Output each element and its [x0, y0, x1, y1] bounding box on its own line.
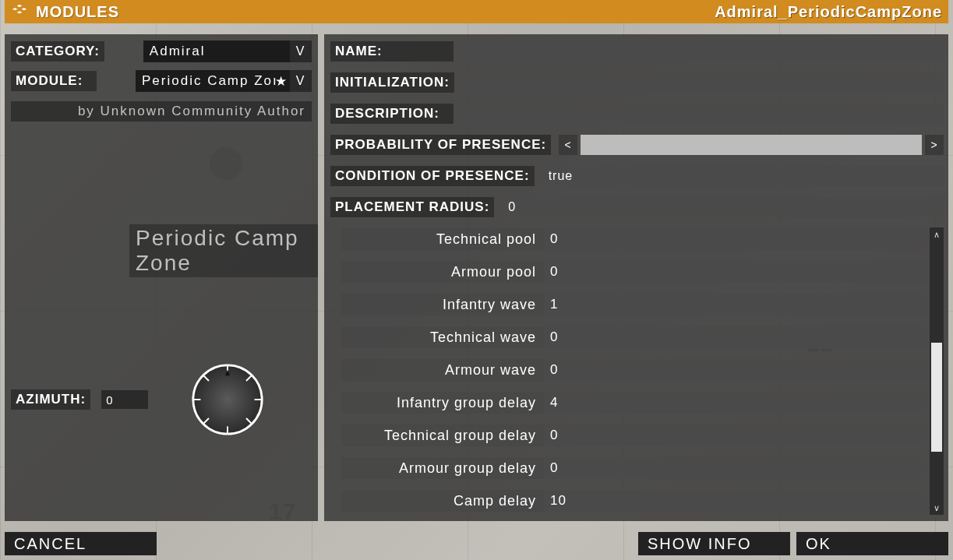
param-label: Armour group delay: [341, 457, 544, 479]
param-row: Technical wave: [330, 326, 930, 349]
param-row: Infantry wave: [330, 293, 930, 316]
param-row: Armour group delay: [330, 456, 930, 480]
prob-label: PROBABILITY OF PRESENCE:: [330, 135, 551, 155]
module-credit: by Unknown Community Author: [11, 101, 312, 122]
modules-icon: [11, 3, 28, 20]
param-row: Infantry group delay: [330, 391, 930, 414]
desc-label: DESCRIPTION:: [330, 104, 454, 124]
param-label: Armour pool: [341, 261, 544, 283]
chevron-down-icon[interactable]: V: [290, 41, 312, 62]
scroll-down-button[interactable]: ∨: [930, 501, 944, 515]
param-label: Infantry group delay: [341, 392, 544, 414]
radius-input[interactable]: [502, 197, 944, 217]
param-input[interactable]: [544, 424, 927, 446]
svg-marker-2: [22, 8, 27, 10]
desc-input[interactable]: [461, 104, 944, 124]
param-row: Armour wave: [330, 358, 930, 382]
param-label: Technical wave: [341, 326, 544, 348]
param-row: Technical pool: [330, 227, 930, 251]
param-label: Infantry wave: [341, 294, 544, 315]
scroll-up-button[interactable]: ∧: [930, 227, 944, 241]
azimuth-label: AZIMUTH:: [11, 389, 90, 410]
title-right: Admiral_PeriodicCampZone: [715, 3, 942, 21]
param-input[interactable]: [544, 457, 927, 479]
param-input[interactable]: [544, 490, 927, 512]
name-input[interactable]: [461, 41, 944, 62]
chevron-down-icon[interactable]: V: [290, 70, 312, 92]
scroll-thumb[interactable]: [931, 343, 942, 452]
module-preview-title: Periodic Camp Zone: [129, 224, 318, 277]
category-value: Admiral: [150, 44, 206, 59]
module-value: Periodic Camp Zoı: [142, 73, 278, 89]
star-icon: ★: [275, 73, 288, 90]
category-select[interactable]: Admiral V: [143, 41, 312, 62]
name-label: NAME:: [330, 41, 454, 62]
compass-widget[interactable]: [190, 362, 265, 437]
param-row: Camp delay: [330, 489, 930, 512]
param-input[interactable]: [544, 392, 927, 414]
param-input[interactable]: [544, 294, 927, 315]
param-label: Camp delay: [341, 490, 544, 512]
prob-decrease-button[interactable]: <: [559, 135, 577, 155]
init-input[interactable]: [462, 72, 944, 93]
footer-spacer: [163, 532, 632, 555]
category-label: CATEGORY:: [11, 41, 104, 62]
cond-input[interactable]: [542, 166, 944, 186]
right-panel: NAME: INITIALIZATION: DESCRIPTION: PROBA…: [324, 34, 948, 521]
module-label: MODULE:: [11, 71, 97, 91]
param-label: Technical pool: [341, 228, 544, 250]
module-params-list: Technical poolArmour poolInfantry waveTe…: [330, 227, 930, 515]
show-info-button[interactable]: SHOW INFO: [638, 532, 790, 555]
svg-marker-3: [17, 11, 23, 13]
init-label: INITIALIZATION:: [330, 72, 454, 93]
param-input[interactable]: [544, 326, 927, 348]
param-input[interactable]: [544, 228, 927, 250]
param-input[interactable]: [544, 359, 927, 381]
scrollbar[interactable]: ∧ ∨: [930, 227, 944, 515]
svg-marker-0: [17, 5, 23, 7]
ok-button[interactable]: OK: [796, 532, 948, 555]
param-row: Armour pool: [330, 260, 930, 284]
prob-slider[interactable]: [581, 135, 922, 155]
param-input[interactable]: [544, 261, 927, 283]
param-row: Technical group delay: [330, 424, 930, 447]
cond-label: CONDITION OF PRESENCE:: [330, 166, 535, 186]
titlebar: MODULES Admiral_PeriodicCampZone: [5, 0, 948, 23]
radius-label: PLACEMENT RADIUS:: [330, 197, 494, 217]
scroll-track[interactable]: [930, 241, 944, 501]
param-label: Technical group delay: [341, 424, 544, 446]
title-left: MODULES: [36, 3, 119, 21]
param-label: Armour wave: [341, 359, 544, 381]
cancel-button[interactable]: CANCEL: [5, 532, 157, 555]
module-select[interactable]: Periodic Camp Zoı ★ V: [136, 70, 312, 92]
prob-increase-button[interactable]: >: [925, 135, 944, 155]
left-panel: CATEGORY: Admiral V MODULE: Periodic Cam…: [5, 34, 318, 521]
azimuth-input[interactable]: [101, 390, 148, 409]
svg-marker-1: [12, 8, 18, 10]
